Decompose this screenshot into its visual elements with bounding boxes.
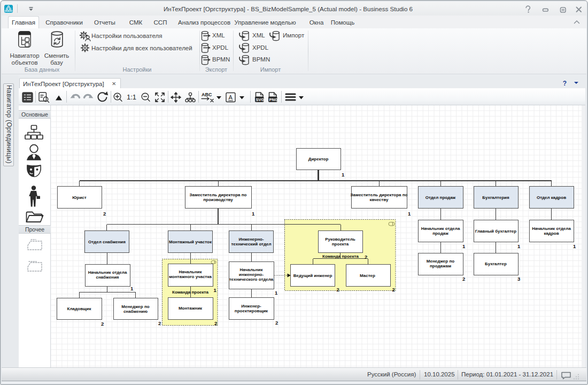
- svg-text:Отдел кадров: Отдел кадров: [537, 195, 566, 200]
- svg-text:3: 3: [517, 276, 520, 282]
- svg-text:1: 1: [408, 211, 411, 217]
- svg-text:1: 1: [214, 287, 217, 293]
- svg-text:Отдел продаж: Отдел продаж: [425, 195, 456, 200]
- svg-text:Юрист: Юрист: [72, 195, 87, 200]
- svg-text:Команда проекта: Команда проекта: [322, 254, 359, 259]
- svg-text:Мастер: Мастер: [360, 273, 375, 278]
- svg-text:PNG: PNG: [269, 97, 278, 102]
- svg-text:Кладовщик: Кладовщик: [67, 306, 92, 311]
- svg-text:Начальник отдела: Начальник отдела: [421, 226, 460, 231]
- svg-text:монтажного участка: монтажного участка: [169, 274, 212, 279]
- svg-text:1: 1: [342, 172, 345, 178]
- svg-text:Директор: Директор: [308, 157, 329, 161]
- svg-text:1: 1: [252, 211, 255, 217]
- svg-text:Менеджер по: Менеджер по: [121, 304, 149, 309]
- svg-text:Заместитель директора по: Заместитель директора по: [351, 192, 408, 197]
- svg-text:снабжения: снабжения: [96, 275, 119, 280]
- svg-text:Ведущий инженер: Ведущий инженер: [293, 273, 332, 278]
- svg-text:2: 2: [158, 320, 161, 326]
- svg-text:качеству: качеству: [370, 197, 389, 202]
- svg-text:SVG: SVG: [256, 97, 265, 102]
- svg-text:ABC: ABC: [202, 92, 212, 97]
- svg-text:Заместитель директора по: Заместитель директора по: [190, 192, 247, 197]
- svg-text:Инженерно-: Инженерно-: [238, 237, 264, 242]
- svg-text:2: 2: [365, 254, 367, 260]
- svg-text:1: 1: [275, 290, 278, 296]
- svg-text:2: 2: [392, 287, 395, 292]
- svg-text:1: 1: [130, 286, 134, 291]
- svg-text:производству: производству: [203, 197, 233, 202]
- svg-text:A: A: [229, 94, 233, 101]
- svg-text:технический отдел: технический отдел: [231, 242, 271, 247]
- svg-text:продаж: продаж: [432, 231, 448, 236]
- svg-text:Начальник отдела: Начальник отдела: [88, 270, 127, 275]
- svg-text:2: 2: [101, 321, 104, 327]
- svg-text:продажам: продажам: [430, 264, 451, 268]
- svg-text:технического отдела: технического отдела: [229, 277, 274, 282]
- svg-text:Начальник отдела: Начальник отдела: [532, 226, 571, 231]
- svg-text:Бухгалтерия: Бухгалтерия: [482, 195, 509, 200]
- svg-text:Отдел снабжения: Отдел снабжения: [88, 240, 126, 244]
- svg-text:Начальник: Начальник: [179, 270, 203, 274]
- svg-text:Команда проекта: Команда проекта: [172, 290, 208, 295]
- svg-text:2: 2: [462, 276, 465, 282]
- svg-text:проектировщик: проектировщик: [235, 309, 268, 313]
- svg-text:2: 2: [214, 320, 217, 326]
- svg-text:Начальник: Начальник: [240, 267, 264, 272]
- svg-text:2: 2: [275, 320, 278, 326]
- svg-text:кадров: кадров: [544, 231, 559, 236]
- svg-text:Монтажный участок: Монтажный участок: [169, 240, 212, 244]
- svg-text:инженерно-: инженерно-: [239, 272, 264, 277]
- svg-text:Бухгалтер: Бухгалтер: [485, 261, 507, 266]
- svg-text:Руководитель: Руководитель: [325, 237, 355, 242]
- svg-text:1: 1: [573, 243, 576, 249]
- svg-text:Инженер-: Инженер-: [241, 304, 261, 309]
- svg-text:Менеджер по: Менеджер по: [427, 259, 454, 264]
- svg-text:1: 1: [517, 243, 521, 249]
- svg-text:1: 1: [462, 243, 466, 249]
- svg-text:снабжению: снабжению: [123, 309, 148, 314]
- svg-text:Монтажник: Монтажник: [179, 306, 203, 311]
- svg-text:2: 2: [103, 211, 106, 217]
- svg-text:2: 2: [337, 287, 339, 292]
- svg-text:проекта: проекта: [332, 242, 349, 247]
- svg-text:Главный бухгалтер: Главный бухгалтер: [475, 229, 516, 234]
